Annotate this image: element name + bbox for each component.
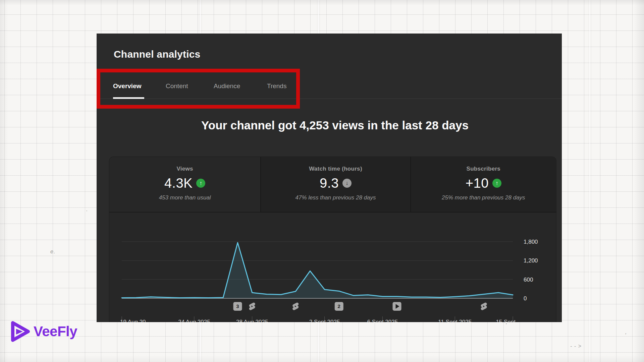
y-axis-tick-label: 1,200 — [524, 257, 538, 264]
trend-down-icon: ↓ — [342, 179, 352, 188]
y-axis-tick-label: 600 — [524, 277, 533, 283]
x-axis-date-label: 24 Aug 2025 — [178, 319, 210, 322]
views-chart[interactable]: 1,8001,20060003219 Aug 2024 Aug 202528 A… — [109, 237, 556, 322]
x-axis-date-label: 11 Sept 2025 — [438, 319, 472, 322]
x-axis-date-label: 2 Sept 2025 — [309, 319, 340, 322]
metric-value: 4.3K — [164, 176, 193, 191]
trend-up-icon: ↑ — [492, 179, 501, 188]
metric-label: Watch time (hours) — [261, 166, 410, 172]
y-axis-tick-label: 0 — [524, 295, 527, 302]
channel-analytics-panel: Channel analytics Overview Content Audie… — [97, 34, 562, 322]
pencil-mark: · — [86, 208, 88, 214]
highlight-rectangle — [97, 69, 300, 109]
pencil-mark: , — [625, 329, 627, 335]
metric-label: Subscribers — [411, 166, 556, 172]
views-headline: Your channel got 4,253 views in the last… — [97, 119, 562, 132]
metric-card-views[interactable]: Views 4.3K ↑ 453 more than usual — [109, 157, 260, 212]
pencil-mark: e. — [50, 249, 55, 255]
y-axis-tick-label: 1,800 — [524, 239, 538, 245]
shorts-icon[interactable] — [292, 303, 299, 310]
metric-delta: 25% more than previous 28 days — [411, 194, 556, 201]
x-axis-date-label: 15 Sept — [496, 319, 516, 322]
page-title: Channel analytics — [114, 49, 201, 60]
metric-label: Views — [109, 166, 260, 172]
metric-delta: 47% less than previous 28 days — [261, 194, 410, 201]
veefly-logo: VeeFly — [9, 319, 77, 344]
x-axis-date-label: 6 Sept 2025 — [367, 319, 398, 322]
veefly-logo-icon — [9, 319, 31, 344]
veefly-logo-text: VeeFly — [34, 323, 77, 340]
metric-card-subscribers[interactable]: Subscribers +10 ↑ 25% more than previous… — [410, 157, 556, 212]
trend-up-icon: ↑ — [196, 179, 205, 188]
metric-delta: 453 more than usual — [109, 194, 260, 201]
shorts-icon[interactable] — [481, 303, 487, 310]
analytics-card: Views 4.3K ↑ 453 more than usual Watch t… — [109, 157, 556, 322]
metric-card-row: Views 4.3K ↑ 453 more than usual Watch t… — [109, 157, 556, 213]
metric-card-watch-time[interactable]: Watch time (hours) 9.3 ↓ 47% less than p… — [260, 157, 410, 212]
badge-count: 2 — [338, 303, 340, 309]
metric-value: 9.3 — [320, 176, 339, 191]
badge-count: 3 — [236, 303, 239, 309]
x-axis-date-label: 28 Aug 2025 — [236, 319, 268, 322]
shorts-icon[interactable] — [249, 303, 255, 310]
pencil-mark: - - > — [570, 343, 582, 349]
x-axis-date-label: 19 Aug 20 — [120, 319, 146, 322]
metric-value: +10 — [466, 176, 489, 191]
